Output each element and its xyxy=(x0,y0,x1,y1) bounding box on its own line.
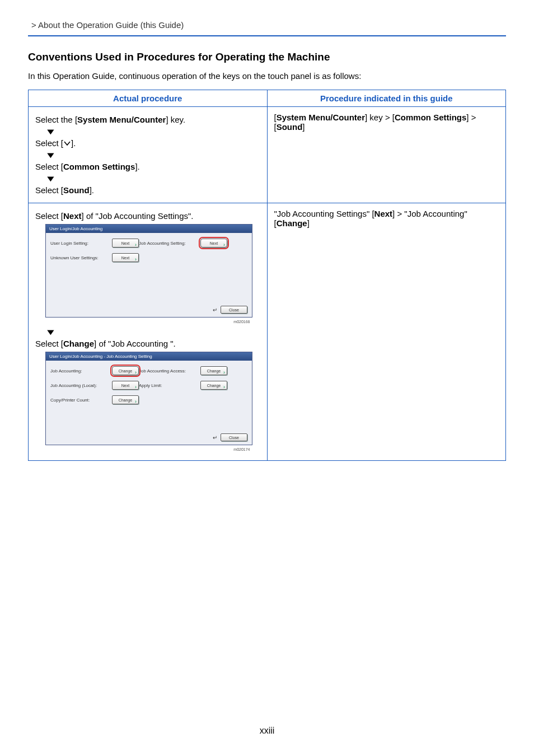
actual-cell-2: Select [Next] of "Job Accounting Setting… xyxy=(29,203,268,461)
close-button[interactable]: Close xyxy=(221,433,247,441)
panel-title: User Login/Job Accounting - Job Accounti… xyxy=(46,352,252,361)
step-text: Select the [System Menu/Counter] key. xyxy=(35,115,260,124)
txt: Select [ xyxy=(35,138,63,148)
txt: Select [ xyxy=(35,339,63,348)
down-arrow-icon: ▼ xyxy=(45,127,57,136)
change-button[interactable]: Change xyxy=(112,395,139,404)
panel-label: Apply Limit: xyxy=(139,383,200,388)
step-text: Select [Next] of "Job Accounting Setting… xyxy=(35,211,260,221)
panel-label: Unknown User Settings: xyxy=(50,255,112,260)
next-button[interactable]: Next xyxy=(112,253,139,262)
close-button[interactable]: Close xyxy=(221,306,247,314)
bold: System Menu/Counter xyxy=(277,113,365,122)
bold: Change xyxy=(63,339,94,348)
image-id: m020168 xyxy=(35,320,250,324)
chevron-down-icon xyxy=(63,140,71,147)
panel-label: User Login Setting: xyxy=(50,241,112,246)
txt: ] key. xyxy=(166,115,185,124)
next-button[interactable]: Next xyxy=(112,381,139,390)
change-button[interactable]: Change xyxy=(200,381,227,390)
bold: Common Settings xyxy=(63,162,135,171)
step-text: Select [Sound]. xyxy=(35,185,260,195)
txt: ] key > [ xyxy=(365,113,395,122)
col-header-actual: Actual procedure xyxy=(29,90,268,107)
txt: Select [ xyxy=(35,185,63,195)
bold: Sound xyxy=(63,185,90,195)
panel-label: Job Accounting: xyxy=(50,368,112,374)
bold: Next xyxy=(374,209,393,218)
page-number: xxiii xyxy=(0,726,534,736)
actual-cell-1: Select the [System Menu/Counter] key. ▼ … xyxy=(29,107,268,203)
txt: ]. xyxy=(71,138,76,148)
guide-cell-2: "Job Accounting Settings" [Next] > "Job … xyxy=(267,203,506,461)
step-text: Select [Change] of "Job Accounting ". xyxy=(35,339,260,348)
panel-label: Copy/Printer Count: xyxy=(50,398,112,403)
guide-cell-1: [System Menu/Counter] key > [Common Sett… xyxy=(267,107,506,203)
panel-label: Job Accounting (Local): xyxy=(50,383,112,388)
bold: Change xyxy=(277,218,307,228)
txt: ] xyxy=(302,122,305,132)
panel-label: Job Accounting Setting: xyxy=(139,241,200,246)
intro-text: In this Operation Guide, continuous oper… xyxy=(28,71,506,81)
enter-icon: ↵ xyxy=(213,307,217,313)
txt: Select [ xyxy=(35,211,63,221)
bold: Sound xyxy=(277,122,303,132)
txt: ] xyxy=(307,218,310,228)
enter-icon: ↵ xyxy=(213,435,217,441)
txt: "Job Accounting Settings" [ xyxy=(274,209,374,218)
next-button[interactable]: Next xyxy=(112,239,139,248)
table-row: Select [Next] of "Job Accounting Setting… xyxy=(29,203,506,461)
txt: ] of "Job Accounting ". xyxy=(94,339,176,348)
panel-label: Job Accounting Access: xyxy=(139,368,200,374)
txt: ] of "Job Accounting Settings". xyxy=(82,211,194,221)
section-title: Conventions Used in Procedures for Opera… xyxy=(28,51,506,63)
header-rule xyxy=(28,35,506,36)
txt: Select [ xyxy=(35,162,63,171)
panel-title: User Login/Job Accounting xyxy=(46,225,252,233)
bold: Next xyxy=(63,211,82,221)
change-button[interactable]: Change xyxy=(112,366,139,375)
down-arrow-icon: ▼ xyxy=(45,327,57,337)
txt: ]. xyxy=(135,162,139,171)
breadcrumb: > About the Operation Guide (this Guide) xyxy=(28,20,506,30)
txt: ]. xyxy=(90,185,94,195)
txt: Select the [ xyxy=(35,115,77,124)
down-arrow-icon: ▼ xyxy=(45,150,57,160)
col-header-guide: Procedure indicated in this guide xyxy=(267,90,506,107)
bold: System Menu/Counter xyxy=(77,115,166,124)
image-id: m020174 xyxy=(35,447,250,451)
down-arrow-icon: ▼ xyxy=(45,174,57,183)
bold: Common Settings xyxy=(395,113,466,122)
change-button[interactable]: Change xyxy=(200,366,227,375)
table-row: Select the [System Menu/Counter] key. ▼ … xyxy=(29,107,506,203)
next-button[interactable]: Next xyxy=(200,239,227,248)
step-text: Select [Common Settings]. xyxy=(35,162,260,171)
procedure-table: Actual procedure Procedure indicated in … xyxy=(28,90,506,461)
step-text: Select []. xyxy=(35,138,260,148)
touch-panel-screenshot-1: User Login/Job Accounting User Login Set… xyxy=(45,224,252,318)
touch-panel-screenshot-2: User Login/Job Accounting - Job Accounti… xyxy=(45,352,252,445)
